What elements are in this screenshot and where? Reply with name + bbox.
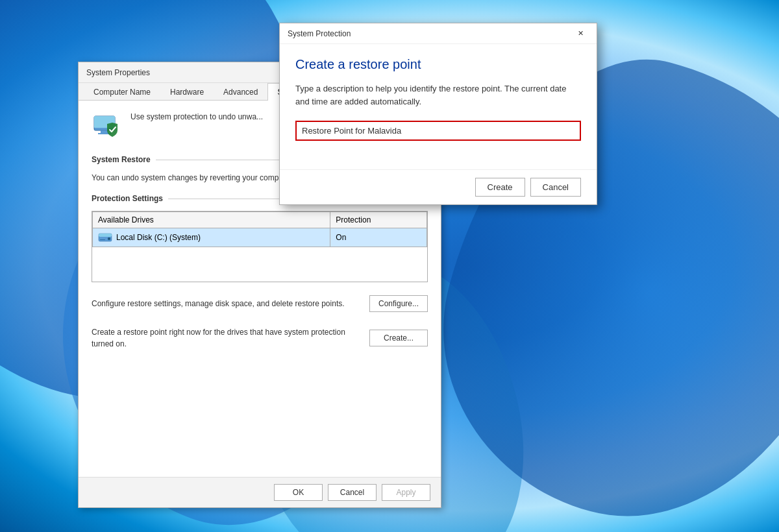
drive-icon-cell: Local Disk (C:) (System) xyxy=(98,232,325,243)
dialog-heading: Create a restore point xyxy=(295,57,581,72)
dialog-titlebar: System Protection ✕ xyxy=(280,23,597,44)
dialog-description: Type a description to help you identify … xyxy=(295,82,581,108)
dialog-title: System Protection xyxy=(288,29,351,38)
system-properties-title: System Properties xyxy=(86,68,150,77)
dialog-body: Create a restore point Type a descriptio… xyxy=(280,44,597,169)
drives-col-header: Available Drives xyxy=(93,212,330,228)
create-restore-button[interactable]: Create... xyxy=(369,330,428,346)
svg-rect-5 xyxy=(99,234,112,237)
restore-point-input[interactable] xyxy=(295,121,581,141)
cancel-button[interactable]: Cancel xyxy=(328,484,377,501)
drive-name-cell: Local Disk (C:) (System) xyxy=(93,228,330,247)
table-row[interactable]: Local Disk (C:) (System) On xyxy=(93,228,427,247)
create-action-row: Create a restore point right now for the… xyxy=(92,324,428,352)
tab-hardware[interactable]: Hardware xyxy=(160,83,214,101)
dialog-cancel-button[interactable]: Cancel xyxy=(530,178,581,197)
create-description: Create a restore point right now for the… xyxy=(92,326,369,350)
configure-description: Configure restore settings, manage disk … xyxy=(92,298,369,309)
drives-table-container: Available Drives Protection xyxy=(92,211,428,282)
hdd-icon xyxy=(98,232,112,243)
system-protection-dialog: System Protection ✕ Create a restore poi… xyxy=(279,23,597,205)
drives-table: Available Drives Protection xyxy=(92,212,427,247)
protection-settings-heading: Protection Settings xyxy=(92,194,163,203)
configure-action-row: Configure restore settings, manage disk … xyxy=(92,293,428,315)
tab-advanced[interactable]: Advanced xyxy=(214,83,267,101)
protection-col-header: Protection xyxy=(330,212,427,228)
dialog-window-controls: ✕ xyxy=(572,27,589,40)
apply-button[interactable]: Apply xyxy=(382,484,430,501)
dialog-footer: Create Cancel xyxy=(280,169,597,204)
svg-point-6 xyxy=(108,237,110,240)
dialog-close-button[interactable]: ✕ xyxy=(572,27,589,40)
ok-button[interactable]: OK xyxy=(274,484,323,501)
configure-button[interactable]: Configure... xyxy=(369,295,428,312)
system-restore-heading: System Restore xyxy=(92,155,151,164)
tab-computer-name[interactable]: Computer Name xyxy=(84,83,160,101)
svg-rect-7 xyxy=(100,239,105,240)
protection-settings: Protection Settings Available Drives Pro… xyxy=(92,194,428,282)
dialog-create-button[interactable]: Create xyxy=(475,178,525,197)
section-description: Use system protection to undo unwa... xyxy=(130,111,263,123)
system-properties-footer: OK Cancel Apply xyxy=(79,477,441,507)
drive-name: Local Disk (C:) (System) xyxy=(116,233,201,242)
computer-shield-icon xyxy=(92,111,123,142)
protection-status: On xyxy=(330,228,427,247)
